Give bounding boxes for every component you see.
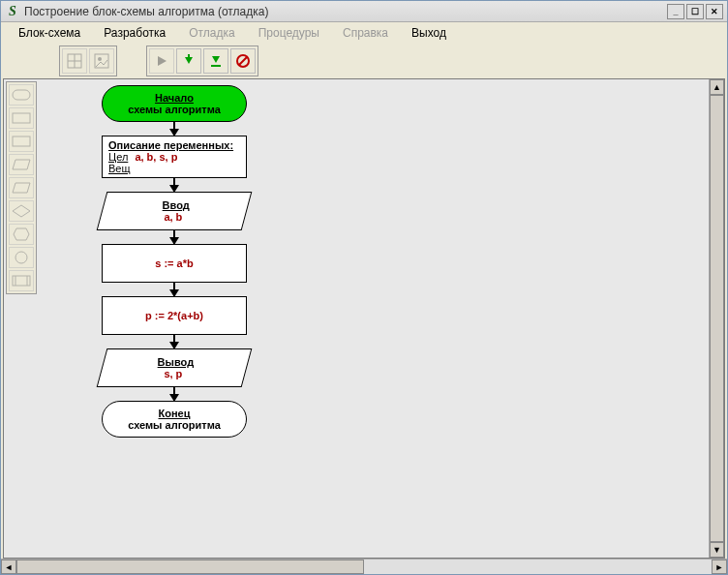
connector: [173, 335, 175, 348]
palette-process: [9, 107, 34, 129]
vertical-scrollbar[interactable]: ▲ ▼: [709, 79, 724, 558]
scroll-right-button[interactable]: ►: [712, 560, 727, 574]
menu-exit[interactable]: Выход: [402, 24, 456, 42]
svg-point-4: [98, 57, 102, 61]
svg-marker-8: [212, 56, 220, 63]
connector: [173, 283, 175, 296]
toolbar-step-down-button[interactable]: [176, 48, 201, 74]
svg-point-19: [15, 252, 27, 263]
palette-io: [9, 154, 34, 175]
step-down-icon: [182, 54, 196, 68]
io-icon: [12, 159, 31, 170]
loop-icon: [13, 227, 30, 241]
connector: [173, 230, 175, 244]
menu-block-scheme[interactable]: Блок-схема: [9, 24, 90, 42]
menu-bar: Блок-схема Разработка Отладка Процедуры …: [1, 22, 727, 44]
flowchart: Начало схемы алгоритма Описание переменн…: [48, 85, 300, 438]
minimize-button[interactable]: _: [667, 4, 684, 19]
node-proc-2[interactable]: p := 2*(a+b): [48, 296, 300, 335]
palette-loop: [9, 224, 34, 245]
svg-line-11: [239, 57, 247, 65]
decl-real-label: Вещ: [108, 163, 131, 174]
node-end[interactable]: Конец схемы алгоритма: [48, 401, 300, 438]
toolbar-stop-button[interactable]: [230, 48, 256, 74]
horizontal-scrollbar[interactable]: ◄ ►: [1, 559, 727, 574]
decl-int-vars: a, b, s, p: [135, 151, 177, 163]
process-icon: [12, 136, 31, 147]
shape-palette: [6, 81, 37, 294]
svg-marker-15: [13, 160, 30, 169]
start-label-1: Начало: [155, 92, 194, 104]
connector: [173, 178, 175, 192]
palette-process-2: [9, 131, 34, 152]
connector: [173, 122, 175, 136]
scroll-thumb[interactable]: [16, 560, 364, 574]
svg-marker-6: [185, 57, 193, 64]
palette-decision: [9, 200, 34, 222]
output-label: Вывод: [158, 356, 195, 368]
io-icon: [12, 182, 31, 194]
grid-icon: [67, 53, 82, 69]
svg-rect-14: [13, 136, 30, 146]
process-icon: [12, 112, 31, 124]
input-vars: a, b: [164, 211, 182, 223]
connector: [173, 387, 175, 401]
proc2-expr: p := 2*(a+b): [145, 310, 203, 321]
scroll-thumb[interactable]: [710, 95, 724, 542]
scroll-up-button[interactable]: ▲: [710, 79, 724, 95]
toolbar-group-edit: [59, 45, 117, 76]
palette-io-2: [9, 177, 34, 198]
scroll-down-button[interactable]: ▼: [710, 542, 724, 558]
menu-debug: Отладка: [179, 24, 244, 42]
scroll-track[interactable]: [710, 95, 724, 542]
stop-icon: [235, 53, 251, 69]
node-input[interactable]: Ввод a, b: [48, 192, 300, 230]
decl-header: Описание переменных:: [108, 139, 240, 151]
end-label-1: Конец: [159, 408, 191, 419]
end-label-2: схемы алгоритма: [128, 419, 221, 431]
picture-icon: [94, 53, 109, 69]
menu-help: Справка: [333, 24, 398, 42]
play-icon: [155, 54, 168, 68]
canvas[interactable]: Начало схемы алгоритма Описание переменн…: [39, 79, 711, 558]
node-output[interactable]: Вывод s, p: [48, 348, 300, 387]
node-declarations[interactable]: Описание переменных: Цел a, b, s, p Вещ: [48, 136, 300, 178]
node-proc-1[interactable]: s := a*b: [48, 244, 300, 283]
svg-rect-13: [13, 113, 30, 123]
window-titlebar: S Построение блок-схемы алгоритма (отлад…: [1, 1, 727, 22]
toolbar: [1, 44, 727, 78]
svg-marker-18: [14, 228, 29, 240]
node-start[interactable]: Начало схемы алгоритма: [48, 85, 300, 122]
svg-marker-16: [13, 183, 30, 193]
decision-icon: [12, 204, 31, 218]
app-icon: S: [5, 4, 20, 19]
window-title: Построение блок-схемы алгоритма (отладка…: [24, 5, 667, 18]
workspace: Начало схемы алгоритма Описание переменн…: [3, 78, 725, 559]
terminator-icon: [12, 89, 31, 101]
toolbar-step-to-line-button[interactable]: [203, 48, 228, 74]
maximize-button[interactable]: ☐: [686, 4, 704, 19]
decl-int-label: Цел: [108, 151, 128, 163]
output-vars: s, p: [164, 368, 182, 379]
toolbar-picture-button: [89, 48, 114, 74]
circle-icon: [15, 251, 28, 264]
toolbar-group-run: [146, 45, 258, 76]
menu-development[interactable]: Разработка: [94, 24, 175, 42]
svg-marker-17: [13, 205, 30, 217]
palette-connector: [9, 247, 34, 268]
palette-terminator: [9, 84, 34, 106]
step-to-line-icon: [209, 54, 223, 68]
scroll-left-button[interactable]: ◄: [1, 560, 16, 574]
subroutine-icon: [12, 275, 31, 287]
start-label-2: схемы алгоритма: [128, 104, 221, 115]
proc1-expr: s := a*b: [155, 257, 193, 269]
toolbar-grid-button: [62, 48, 87, 74]
svg-marker-5: [158, 56, 167, 66]
close-button[interactable]: ✕: [706, 4, 723, 19]
input-label: Ввод: [163, 199, 190, 211]
scroll-track[interactable]: [16, 560, 712, 574]
menu-procedures: Процедуры: [249, 24, 329, 42]
toolbar-play-button: [149, 48, 174, 74]
svg-rect-12: [13, 90, 30, 100]
palette-subroutine: [9, 270, 34, 291]
